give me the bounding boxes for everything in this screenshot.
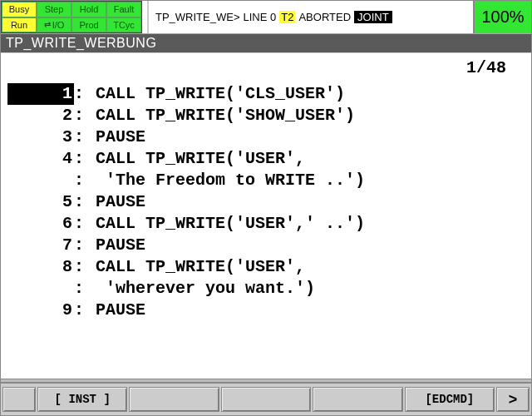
- softkey-next[interactable]: >: [496, 387, 530, 412]
- line-text: PAUSE: [96, 126, 525, 148]
- line-number: 4: [7, 148, 74, 170]
- code-line[interactable]: 7: PAUSE: [7, 235, 525, 256]
- code-listing[interactable]: 1: CALL TP_WRITE('CLS_USER')2: CALL TP_W…: [7, 83, 525, 321]
- top-status-bar: BusyStepHoldFaultRun⇄I/OProdTCyc TP_WRIT…: [1, 1, 531, 34]
- line-colon: :: [74, 235, 96, 256]
- line-number: [7, 278, 74, 300]
- line-colon: :: [74, 105, 96, 126]
- code-line[interactable]: 1: CALL TP_WRITE('CLS_USER'): [7, 83, 525, 105]
- program-title-bar: TP_WRITE_WERBUNG: [1, 34, 531, 52]
- status-busy: Busy: [2, 2, 37, 17]
- code-line[interactable]: 8: CALL TP_WRITE('USER',: [7, 256, 525, 278]
- status-prod: Prod: [71, 17, 106, 33]
- line-number: 1: [7, 83, 74, 105]
- line-text: CALL TP_WRITE('CLS_USER'): [96, 83, 525, 105]
- line-text: CALL TP_WRITE('USER',: [96, 148, 525, 170]
- line-colon: :: [74, 83, 96, 105]
- line-text: PAUSE: [96, 300, 525, 321]
- softkey-f2[interactable]: [129, 387, 219, 412]
- line-text: CALL TP_WRITE('USER',: [96, 256, 525, 278]
- line-text: 'The Freedom to WRITE ..'): [96, 170, 525, 191]
- code-line[interactable]: 9: PAUSE: [7, 300, 525, 321]
- line-colon: :: [74, 170, 96, 191]
- line-text: PAUSE: [96, 235, 525, 256]
- line-colon: :: [74, 213, 96, 235]
- line-colon: :: [74, 191, 96, 213]
- line-counter: 1/48: [466, 58, 506, 77]
- status-led-grid: BusyStepHoldFaultRun⇄I/OProdTCyc: [1, 1, 142, 33]
- status-i/o: ⇄I/O: [37, 17, 71, 33]
- softkey-inst[interactable]: [ INST ]: [37, 387, 127, 412]
- line-colon: :: [74, 256, 96, 278]
- code-line[interactable]: 3: PAUSE: [7, 126, 525, 148]
- line-number: [7, 170, 74, 191]
- code-line[interactable]: : 'wherever you want.'): [7, 278, 525, 300]
- override-display[interactable]: 100%: [473, 1, 531, 33]
- status-tcyc: TCyc: [106, 17, 141, 33]
- line-number: 8: [7, 256, 74, 278]
- softkey-f4[interactable]: [313, 387, 402, 412]
- code-line[interactable]: 2: CALL TP_WRITE('SHOW_USER'): [7, 105, 525, 126]
- line-colon: :: [74, 148, 96, 170]
- line-colon: :: [74, 126, 96, 148]
- line-number: 5: [7, 191, 74, 213]
- code-line[interactable]: 4: CALL TP_WRITE('USER',: [7, 148, 525, 170]
- status-message: TP_WRITE_WE> LINE 0 T2 ABORTED JOINT: [147, 1, 473, 33]
- line-colon: :: [74, 278, 96, 300]
- code-line[interactable]: 6: CALL TP_WRITE('USER',' ..'): [7, 213, 525, 235]
- status-mode-t2: T2: [279, 11, 295, 23]
- program-editor[interactable]: 1/48 1: CALL TP_WRITE('CLS_USER')2: CALL…: [1, 52, 531, 379]
- line-colon: :: [74, 300, 96, 321]
- softkey-f0[interactable]: [2, 387, 36, 412]
- line-number: 2: [7, 105, 74, 126]
- softkey-bar: [ INST ] [EDCMD] >: [1, 382, 531, 415]
- line-number: 7: [7, 235, 74, 256]
- line-number: 6: [7, 213, 74, 235]
- status-coord-joint: JOINT: [354, 11, 392, 23]
- status-step: Step: [37, 2, 71, 17]
- line-text: PAUSE: [96, 191, 525, 213]
- status-fault: Fault: [106, 2, 141, 17]
- code-line[interactable]: : 'The Freedom to WRITE ..'): [7, 170, 525, 191]
- code-line[interactable]: 5: PAUSE: [7, 191, 525, 213]
- status-run: Run: [2, 17, 37, 33]
- status-state: ABORTED: [298, 11, 351, 23]
- softkey-f3[interactable]: [221, 387, 311, 412]
- status-hold: Hold: [71, 2, 106, 17]
- softkey-edcmd[interactable]: [EDCMD]: [405, 387, 495, 412]
- status-line: LINE 0: [244, 11, 277, 23]
- line-number: 9: [7, 300, 74, 321]
- line-text: 'wherever you want.'): [96, 278, 525, 300]
- line-number: 3: [7, 126, 74, 148]
- line-text: CALL TP_WRITE('SHOW_USER'): [96, 105, 525, 126]
- status-program: TP_WRITE_WE: [155, 11, 234, 23]
- line-text: CALL TP_WRITE('USER',' ..'): [96, 213, 525, 235]
